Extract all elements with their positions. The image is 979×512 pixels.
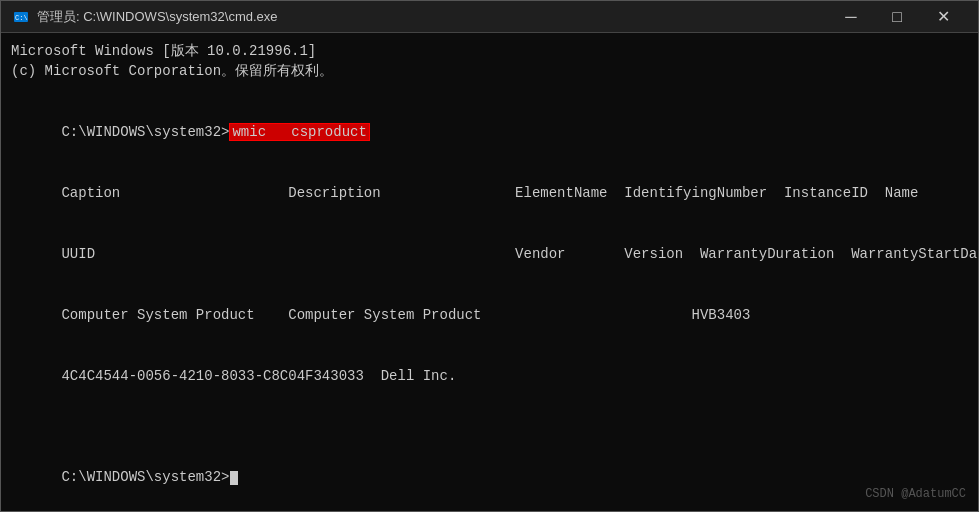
data-line-1: Computer System Product Computer System … (11, 285, 968, 346)
data-line-2: 4C4C4544-0056-4210-8033-C8C04F343033 Del… (11, 345, 968, 406)
empty-line-2 (11, 406, 968, 426)
empty-line-3 (11, 427, 968, 447)
svg-text:C:\: C:\ (15, 14, 28, 22)
prompt-line-2: C:\WINDOWS\system32> (11, 447, 968, 508)
maximize-button[interactable]: □ (874, 1, 920, 33)
cmd-icon: C:\ (13, 9, 29, 25)
output-line-2: (c) Microsoft Corporation。保留所有权利。 (11, 61, 968, 81)
terminal-content[interactable]: Microsoft Windows [版本 10.0.21996.1] (c) … (1, 33, 978, 511)
close-button[interactable]: ✕ (920, 1, 966, 33)
window-title: 管理员: C:\WINDOWS\system32\cmd.exe (37, 8, 828, 26)
cursor (230, 471, 238, 485)
header-line-2: UUID Vendor Version WarrantyDuration War… (11, 224, 968, 285)
prompt-command-line: C:\WINDOWS\system32>wmic csproduct (11, 102, 968, 163)
title-bar: C:\ 管理员: C:\WINDOWS\system32\cmd.exe ─ □… (1, 1, 978, 33)
prompt-2: C:\WINDOWS\system32> (61, 469, 229, 485)
prompt-1: C:\WINDOWS\system32> (61, 124, 229, 140)
header-line-1: Caption Description ElementName Identify… (11, 163, 968, 224)
watermark: CSDN @AdatumCC (865, 485, 966, 503)
cmd-window: C:\ 管理员: C:\WINDOWS\system32\cmd.exe ─ □… (0, 0, 979, 512)
highlighted-command: wmic csproduct (229, 123, 369, 141)
empty-line-1 (11, 82, 968, 102)
output-line-1: Microsoft Windows [版本 10.0.21996.1] (11, 41, 968, 61)
minimize-button[interactable]: ─ (828, 1, 874, 33)
window-controls: ─ □ ✕ (828, 1, 966, 33)
